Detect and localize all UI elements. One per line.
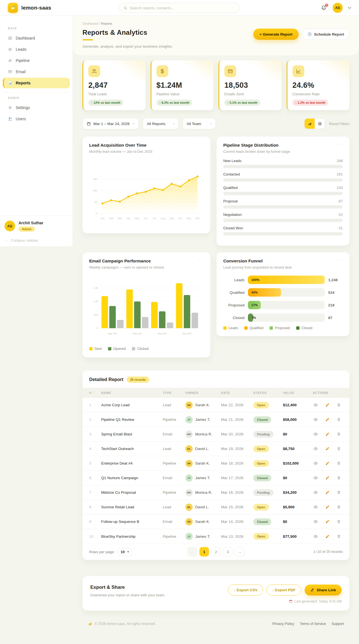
date-range-picker[interactable]: Mar 1 – Mar 24, 2026 ▾ (82, 118, 139, 129)
view-row-button[interactable] (313, 446, 319, 451)
delete-row-button[interactable] (336, 402, 341, 408)
schedule-report-button[interactable]: Schedule Report (302, 29, 349, 40)
chevron-down-icon[interactable] (348, 7, 351, 9)
footer-link-support[interactable]: Support (332, 622, 344, 626)
sidebar-item-dashboard[interactable]: Dashboard (3, 33, 70, 43)
view-row-button[interactable] (313, 432, 319, 437)
cell-num: 10 (82, 529, 98, 544)
pagination-page-3[interactable]: 3 (223, 547, 233, 557)
sidebar-user-avatar: AS (4, 221, 15, 231)
sidebar-section-label: MAIN (0, 27, 73, 30)
rows-per-page-select[interactable]: 10 ▾ (118, 548, 132, 556)
owner: DLDavid L. (185, 445, 215, 453)
sidebar-item-leads[interactable]: Leads (3, 44, 70, 55)
sidebar-item-users[interactable]: Users (3, 114, 70, 124)
owner: MRMonica R. (185, 431, 215, 438)
pagination-page-1[interactable]: 1 (199, 547, 209, 557)
chart-view-toggle[interactable] (305, 119, 315, 129)
stage-value: 31 (339, 226, 343, 230)
collapse-sidebar-button[interactable]: ← Collapse sidebar (0, 233, 73, 243)
edit-row-button[interactable] (325, 534, 330, 539)
cell-type: Pipeline (160, 485, 183, 500)
pagination-page-2[interactable]: 2 (211, 547, 221, 557)
email-campaign-bar-chart: 05001.0k1.5kMar W1Mar W2Mar W3Mar W4 (89, 277, 204, 341)
card-menu-button[interactable]: ··· (197, 143, 204, 145)
delete-row-button[interactable] (336, 490, 341, 495)
funnel-track: 7% (248, 313, 325, 322)
legend-label: Closed (302, 326, 312, 330)
card-menu-button[interactable]: ··· (197, 258, 204, 261)
delete-row-button[interactable] (336, 504, 341, 510)
funnel-fill: 7% (248, 313, 253, 322)
breadcrumb-parent[interactable]: Dashboard (82, 22, 98, 25)
footer-link-terms-of-service[interactable]: Terms of Service (300, 622, 326, 626)
notifications-button[interactable]: 3 (320, 4, 328, 12)
owner-avatar: JT (185, 416, 193, 423)
owner-avatar: DL (185, 504, 193, 511)
cell-actions (310, 471, 349, 485)
cell-status: Closed (250, 514, 280, 529)
column-header-num[interactable]: #↑ (82, 388, 98, 398)
reset-filters-link[interactable]: Reset Filters (329, 122, 349, 126)
delete-row-button[interactable] (336, 519, 341, 524)
pencil-icon (325, 534, 330, 539)
global-search[interactable] (119, 3, 240, 13)
pagination-next-button[interactable]: → (235, 547, 245, 557)
report-type-select[interactable]: All Reports ▾ (143, 118, 179, 129)
row-actions (313, 446, 347, 451)
view-row-button[interactable] (313, 519, 319, 524)
team-select[interactable]: All Team ▾ (183, 118, 216, 129)
edit-row-button[interactable] (325, 417, 330, 422)
legend-item: Clicked (132, 347, 149, 351)
edit-row-button[interactable] (325, 431, 330, 437)
delete-row-button[interactable] (336, 534, 341, 539)
edit-row-button[interactable] (325, 402, 330, 408)
card-menu-button[interactable]: ··· (336, 143, 343, 145)
cell-date: Mar 17, 2026 (218, 471, 250, 485)
owner: SKSarah K. (185, 518, 215, 525)
edit-row-button[interactable] (325, 504, 330, 510)
view-row-button[interactable] (313, 490, 319, 495)
view-row-button[interactable] (313, 534, 319, 539)
export-pdf-button[interactable]: ↓ Export PDF (266, 585, 301, 595)
pagination-prev-button[interactable]: ← (187, 547, 197, 557)
footer-link-privacy-policy[interactable]: Privacy Policy (272, 622, 294, 626)
generate-report-button[interactable]: + Generate Report (253, 29, 298, 40)
card-menu-button[interactable]: ··· (336, 258, 343, 261)
delete-row-button[interactable] (336, 461, 341, 466)
view-row-button[interactable] (313, 417, 319, 422)
cell-num: 3 (82, 427, 98, 442)
edit-row-button[interactable] (325, 475, 330, 481)
pencil-icon (325, 417, 330, 422)
trash-icon (337, 417, 341, 422)
kpi-card-pipeline-value: $ $1.24M Pipeline Value ↑ 8.3% vs last m… (151, 60, 214, 110)
user-avatar[interactable]: AS (333, 3, 343, 13)
top-navbar: lemon-saas 3 AS (0, 0, 359, 16)
view-row-button[interactable] (313, 505, 319, 509)
view-row-button[interactable] (313, 476, 319, 480)
owner-name: Monica R. (195, 490, 212, 495)
view-row-button[interactable] (313, 403, 319, 407)
svg-text:50: 50 (94, 201, 97, 204)
pencil-icon (325, 403, 330, 407)
edit-row-button[interactable] (325, 519, 330, 524)
view-row-button[interactable] (313, 461, 319, 466)
edit-row-button[interactable] (325, 490, 330, 495)
export-csv-button[interactable]: ↓ Export CSV (228, 585, 263, 595)
edit-row-button[interactable] (325, 461, 330, 466)
sidebar-item-reports[interactable]: Reports (3, 78, 70, 88)
sidebar-item-email[interactable]: Email (3, 66, 70, 77)
delete-row-button[interactable] (336, 446, 341, 451)
delete-row-button[interactable] (336, 431, 341, 437)
delete-row-button[interactable] (336, 417, 341, 422)
export-share-card: Export & Share Download your report or s… (82, 576, 349, 611)
edit-row-button[interactable] (325, 446, 330, 451)
table-view-toggle[interactable] (315, 119, 325, 129)
share-link-button[interactable]: Share Link (305, 585, 342, 595)
sidebar-item-settings[interactable]: Settings (3, 102, 70, 113)
sidebar-item-pipeline[interactable]: Pipeline (3, 55, 70, 66)
search-input[interactable] (130, 6, 236, 10)
legend-item: Qualified (244, 326, 263, 330)
delete-row-button[interactable] (336, 475, 341, 481)
cell-date: Mar 21, 2026 (218, 412, 250, 427)
